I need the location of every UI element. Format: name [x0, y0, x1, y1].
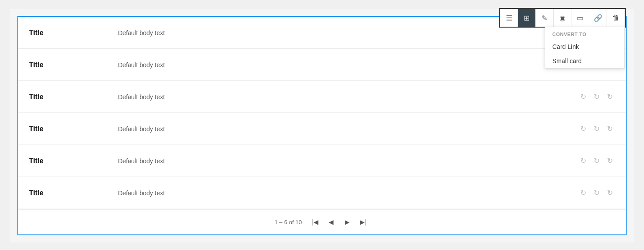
action-icon-3[interactable]: ↻ [604, 156, 615, 166]
toolbar: ☰ ⊞ ✎ ◉ ▭ 🔗 🗑 [499, 8, 626, 28]
row-title: Title [29, 93, 118, 101]
row-actions: ↻ ↻ ↻ [578, 188, 615, 198]
pagination-first-button[interactable]: |◀ [309, 216, 322, 228]
table-row: Title Default body text ↻ ↻ ↻ [18, 145, 626, 177]
action-icon-2[interactable]: ↻ [591, 92, 602, 102]
action-icon-2[interactable]: ↻ [591, 156, 602, 166]
row-title: Title [29, 157, 118, 165]
row-actions: ↻ ↻ ↻ [578, 124, 615, 134]
convert-small-card[interactable]: Small card [545, 54, 624, 68]
action-icon-1[interactable]: ↻ [578, 188, 588, 198]
main-card: ☰ ⊞ ✎ ◉ ▭ 🔗 🗑 [17, 16, 627, 235]
pagination-row: 1 – 6 of 10 |◀ ◀ ▶ ▶| [18, 209, 626, 234]
view-button[interactable]: ◉ [554, 9, 571, 27]
edit-icon: ✎ [542, 14, 547, 22]
table-row: Title Default body text ↻ ↻ ↻ [18, 113, 626, 145]
row-title: Title [29, 61, 118, 69]
action-icon-1[interactable]: ↻ [578, 156, 588, 166]
row-body: Default body text [118, 125, 578, 133]
row-actions: ↻ ↻ ↻ [578, 92, 615, 102]
pagination-info: 1 – 6 of 10 [274, 219, 302, 226]
action-icon-1[interactable]: ↻ [578, 124, 588, 134]
action-icon-3[interactable]: ↻ [604, 92, 615, 102]
page-wrapper: ☰ ⊞ ✎ ◉ ▭ 🔗 🗑 [10, 9, 634, 242]
row-body: Default body text [118, 29, 578, 36]
convert-dropdown: CONVERT TO Card Link Small card [545, 27, 625, 69]
action-icon-3[interactable]: ↻ [604, 124, 615, 134]
edit-button[interactable]: ✎ [536, 9, 554, 27]
convert-card-link[interactable]: Card Link [545, 40, 624, 54]
convert-label: CONVERT TO [545, 27, 624, 40]
table-row: Title Default body text ↻ ↻ ↻ [18, 49, 626, 81]
action-icon-1[interactable]: ↻ [578, 92, 588, 102]
list-view-button[interactable]: ☰ [500, 9, 518, 27]
row-body: Default body text [118, 190, 578, 197]
duplicate-button[interactable]: ▭ [571, 9, 589, 27]
table-row: Title Default body text ↻ ↻ ↻ [18, 177, 626, 209]
row-body: Default body text [118, 93, 578, 101]
action-icon-2[interactable]: ↻ [591, 124, 602, 134]
pagination-last-button[interactable]: ▶| [357, 216, 370, 228]
link-icon: 🔗 [594, 14, 603, 22]
pagination-next-button[interactable]: ▶ [341, 216, 354, 228]
table-row: Title Default body text ↻ ↻ ↻ [18, 81, 626, 113]
row-title: Title [29, 125, 118, 133]
row-body: Default body text [118, 61, 578, 69]
trash-icon: 🗑 [612, 14, 620, 22]
duplicate-icon: ▭ [577, 14, 583, 22]
action-icon-3[interactable]: ↻ [604, 188, 615, 198]
delete-button[interactable]: 🗑 [607, 9, 625, 27]
action-icon-2[interactable]: ↻ [591, 188, 602, 198]
grid-view-button[interactable]: ⊞ [518, 9, 536, 27]
list-icon: ☰ [506, 14, 512, 22]
row-actions: ↻ ↻ ↻ [578, 156, 615, 166]
link-button[interactable]: 🔗 [589, 9, 607, 27]
row-body: Default body text [118, 157, 578, 165]
pagination-prev-button[interactable]: ◀ [325, 216, 338, 228]
row-title: Title [29, 29, 118, 37]
table-container: Title Default body text ↻ ↻ ↻ Title Defa… [18, 17, 626, 234]
eye-icon: ◉ [559, 14, 566, 22]
row-title: Title [29, 189, 118, 197]
grid-icon: ⊞ [524, 14, 530, 22]
